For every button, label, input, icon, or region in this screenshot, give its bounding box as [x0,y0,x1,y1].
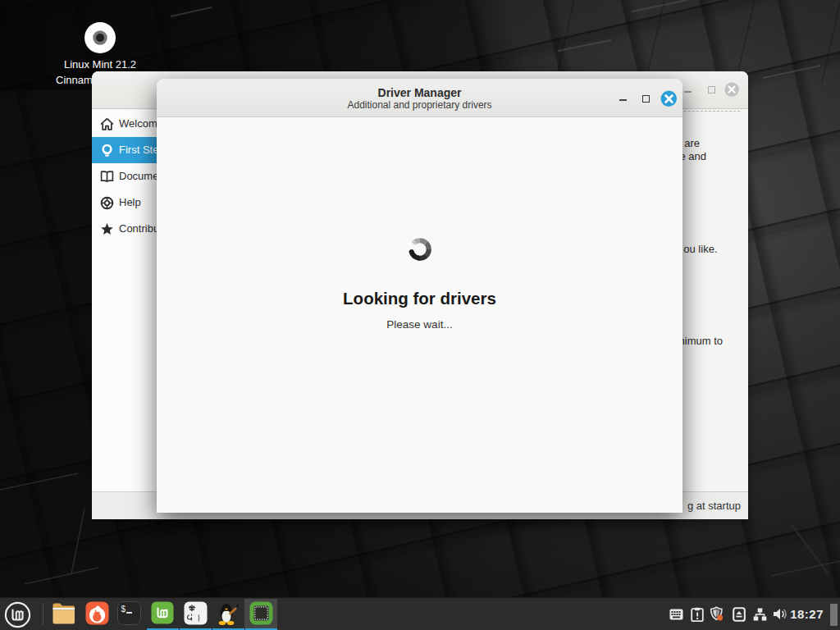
svg-text:$: $ [121,605,126,614]
